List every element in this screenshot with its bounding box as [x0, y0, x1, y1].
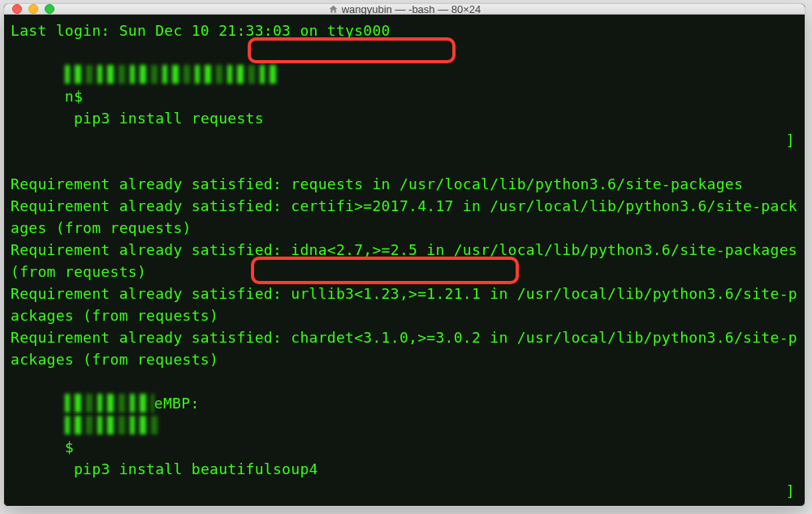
window-titlebar: wangyubin — -bash — 80×24: [4, 4, 805, 15]
terminal-body[interactable]: Last login: Sun Dec 10 21:33:03 on ttys0…: [4, 15, 805, 507]
prompt-fragment: n$: [65, 88, 83, 105]
terminal-output: Requirement already satisfied: certifi>=…: [11, 195, 801, 239]
terminal-prompt-line: n$ pip3 install requests ]: [11, 41, 801, 173]
close-button[interactable]: [12, 4, 22, 14]
terminal-window: wangyubin — -bash — 80×24 Last login: Su…: [3, 3, 806, 507]
prompt-symbol: $: [65, 438, 74, 456]
zoom-button[interactable]: [45, 4, 54, 14]
terminal-output: Requirement already satisfied: chardet<3…: [11, 326, 801, 370]
terminal-output: Requirement already satisfied: urllib3<1…: [11, 283, 801, 326]
window-title-text: wangyubin — -bash — 80×24: [342, 3, 482, 15]
redacted-text: [65, 63, 276, 85]
minimize-button[interactable]: [28, 4, 38, 14]
window-title: wangyubin — -bash — 80×24: [4, 3, 805, 15]
bracket-char: ]: [786, 480, 795, 502]
home-icon: [328, 4, 339, 15]
terminal-prompt-line: eMBP: $ pip3 install beautifulsoup4 ]: [11, 370, 801, 507]
command-text: pip3 install requests: [74, 110, 264, 127]
window-controls: [4, 4, 54, 14]
terminal-output: Requirement already satisfied: idna<2.7,…: [11, 239, 801, 283]
terminal-line: Last login: Sun Dec 10 21:33:03 on ttys0…: [11, 19, 801, 41]
bracket-char: ]: [786, 129, 795, 151]
redacted-text: [65, 414, 159, 436]
hostname-fragment: eMBP:: [154, 395, 200, 412]
command-text: pip3 install beautifulsoup4: [74, 460, 318, 477]
redacted-text: [65, 392, 154, 414]
terminal-output: Requirement already satisfied: requests …: [11, 173, 801, 195]
